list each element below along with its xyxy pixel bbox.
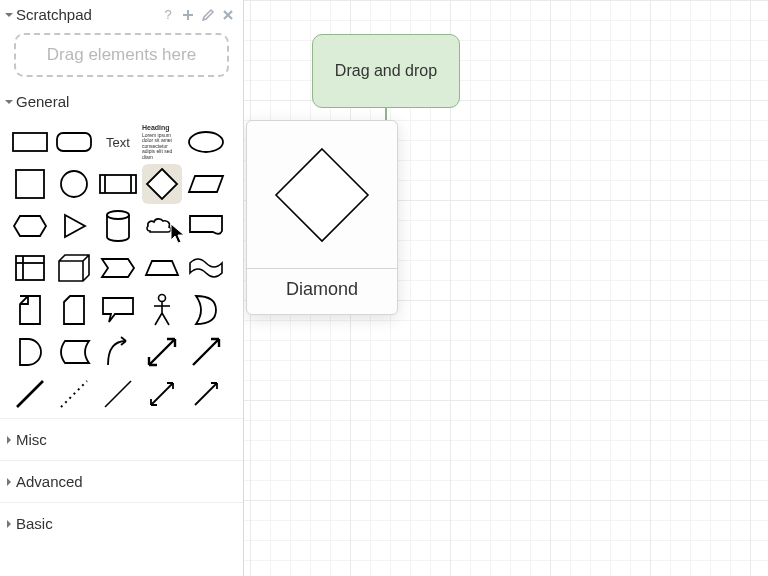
preview-shape-diamond: [247, 121, 397, 269]
help-icon[interactable]: ?: [161, 8, 175, 22]
shape-data-storage[interactable]: [54, 332, 94, 372]
svg-point-9: [107, 211, 129, 219]
shape-cloud[interactable]: [142, 206, 182, 246]
chevron-right-icon: [2, 477, 16, 487]
general-section-header[interactable]: General: [0, 87, 243, 116]
svg-line-22: [195, 383, 217, 405]
heading-label: Heading: [142, 124, 182, 132]
scratchpad-header[interactable]: Scratchpad ?: [0, 0, 243, 29]
shape-link-dashed[interactable]: [54, 374, 94, 414]
svg-rect-4: [16, 170, 44, 198]
scratchpad-dropzone[interactable]: Drag elements here: [14, 33, 229, 77]
shape-heading-block[interactable]: HeadingLorem ipsum dolor sit amet consec…: [142, 122, 182, 162]
shape-note[interactable]: [10, 290, 50, 330]
shape-curve-arrow[interactable]: [98, 332, 138, 372]
shape-link-solid[interactable]: [10, 374, 50, 414]
svg-point-3: [189, 132, 223, 152]
basic-section-header[interactable]: Basic: [0, 502, 243, 544]
shape-ellipse[interactable]: [186, 122, 226, 162]
shape-and-gate[interactable]: [10, 332, 50, 372]
chevron-right-icon: [2, 519, 16, 529]
shape-bidirectional-connector[interactable]: [142, 374, 182, 414]
svg-line-20: [105, 381, 131, 407]
shape-trapezoid[interactable]: [142, 248, 182, 288]
plus-icon[interactable]: [181, 8, 195, 22]
basic-label: Basic: [16, 515, 53, 532]
shape-line-thin[interactable]: [98, 374, 138, 414]
heading-body: Lorem ipsum dolor sit amet consectetur a…: [142, 132, 172, 160]
shape-callout[interactable]: [98, 290, 138, 330]
misc-section-header[interactable]: Misc: [0, 418, 243, 460]
shape-cylinder[interactable]: [98, 206, 138, 246]
general-section-label: General: [16, 93, 235, 110]
advanced-section-header[interactable]: Advanced: [0, 460, 243, 502]
shape-hexagon[interactable]: [10, 206, 50, 246]
shapes-palette: Text HeadingLorem ipsum dolor sit amet c…: [0, 116, 243, 418]
shape-internal-storage[interactable]: [10, 248, 50, 288]
shape-arrow[interactable]: [186, 332, 226, 372]
shapes-sidebar: Scratchpad ? Drag elements here General …: [0, 0, 244, 576]
svg-line-18: [17, 381, 43, 407]
shape-triangle[interactable]: [54, 206, 94, 246]
svg-line-17: [162, 313, 169, 325]
svg-text:?: ?: [164, 8, 171, 22]
shape-process[interactable]: [98, 164, 138, 204]
shape-parallelogram[interactable]: [186, 164, 226, 204]
svg-line-21: [151, 383, 173, 405]
shape-actor[interactable]: [142, 290, 182, 330]
shape-square[interactable]: [10, 164, 50, 204]
svg-point-13: [159, 295, 166, 302]
pencil-icon[interactable]: [201, 8, 215, 22]
scratchpad-placeholder: Drag elements here: [47, 45, 196, 65]
node-label: Drag and drop: [335, 62, 437, 80]
shape-or-gate[interactable]: [186, 290, 226, 330]
shape-directional-connector[interactable]: [186, 374, 226, 414]
chevron-down-icon: [2, 97, 16, 107]
close-icon[interactable]: [221, 8, 235, 22]
shape-document[interactable]: [186, 206, 226, 246]
svg-rect-10: [16, 256, 44, 280]
svg-line-19: [61, 381, 87, 407]
svg-line-16: [155, 313, 162, 325]
shape-diamond[interactable]: [142, 164, 182, 204]
shape-card[interactable]: [54, 290, 94, 330]
shape-rounded-rectangle[interactable]: [54, 122, 94, 162]
chevron-right-icon: [2, 435, 16, 445]
shape-circle[interactable]: [54, 164, 94, 204]
shape-bidirectional-arrow[interactable]: [142, 332, 182, 372]
shape-rectangle[interactable]: [10, 122, 50, 162]
canvas-wrap: Drag and drop Diamond: [244, 0, 768, 576]
shape-tape[interactable]: [186, 248, 226, 288]
shape-cube[interactable]: [54, 248, 94, 288]
shape-text[interactable]: Text: [98, 122, 138, 162]
app-root: Scratchpad ? Drag elements here General …: [0, 0, 768, 576]
advanced-label: Advanced: [16, 473, 83, 490]
svg-rect-2: [57, 133, 91, 151]
canvas-node-drag-and-drop[interactable]: Drag and drop: [312, 34, 460, 108]
svg-rect-1: [13, 133, 47, 151]
preview-caption: Diamond: [247, 269, 397, 314]
misc-label: Misc: [16, 431, 47, 448]
shape-preview-tooltip: Diamond: [246, 120, 398, 315]
svg-point-5: [61, 171, 87, 197]
chevron-down-icon: [2, 10, 16, 20]
scratchpad-title: Scratchpad: [16, 6, 161, 23]
shape-step[interactable]: [98, 248, 138, 288]
